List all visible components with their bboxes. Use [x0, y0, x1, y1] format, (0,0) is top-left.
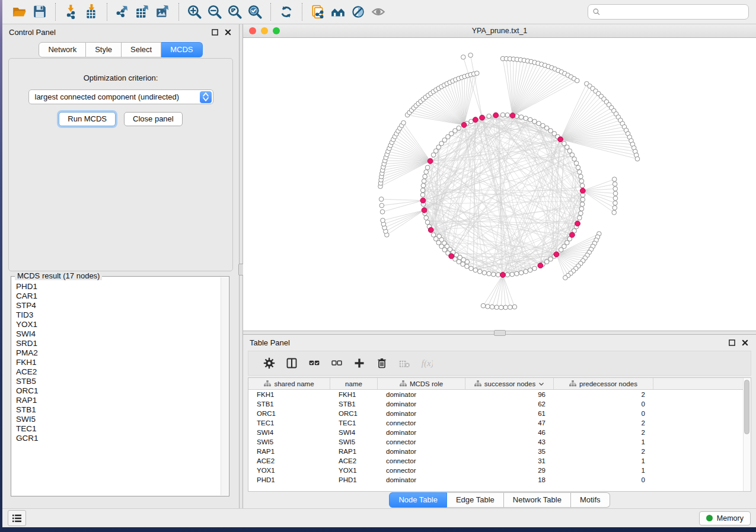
cell[interactable]: STB1: [248, 400, 330, 408]
cell[interactable]: connector: [378, 467, 465, 474]
scrollbar-thumb[interactable]: [744, 380, 749, 434]
result-node-item[interactable]: TEC1: [16, 424, 219, 434]
result-node-item[interactable]: YOX1: [16, 320, 219, 329]
cell[interactable]: SWI4: [248, 429, 330, 436]
cell[interactable]: 1: [554, 438, 653, 446]
column-button[interactable]: [280, 354, 303, 373]
result-scrollbar[interactable]: [221, 277, 228, 495]
add-button[interactable]: [348, 354, 371, 373]
result-node-item[interactable]: PHD1: [16, 282, 219, 291]
float-panel-icon[interactable]: [210, 27, 219, 37]
cell[interactable]: connector: [378, 457, 465, 464]
cell[interactable]: dominator: [378, 448, 465, 455]
cell[interactable]: YOX1: [248, 467, 330, 474]
import-table-button[interactable]: [81, 3, 101, 21]
cell[interactable]: 0: [554, 400, 653, 408]
cell[interactable]: 0: [554, 410, 653, 417]
horizontal-splitter[interactable]: [243, 331, 756, 335]
cell[interactable]: 2: [554, 419, 653, 427]
cell[interactable]: FKH1: [248, 391, 330, 398]
tab-network-table[interactable]: Network Table: [504, 492, 571, 508]
cell[interactable]: 31: [465, 457, 554, 464]
result-node-item[interactable]: ORC1: [16, 386, 219, 396]
column-header-predecessor-nodes[interactable]: predecessor nodes: [554, 378, 653, 389]
task-history-button[interactable]: [8, 510, 26, 526]
optimization-criterion-select[interactable]: largest connected component (undirected): [28, 89, 213, 104]
result-node-item[interactable]: ACE2: [16, 367, 219, 377]
column-header-name[interactable]: name: [330, 378, 378, 389]
cell[interactable]: 43: [465, 438, 554, 446]
cell[interactable]: 47: [465, 419, 554, 427]
cell[interactable]: 2: [554, 448, 653, 455]
cell[interactable]: FKH1: [330, 391, 378, 398]
zoom-out-button[interactable]: [205, 3, 225, 21]
export-network-button[interactable]: [113, 3, 133, 21]
cell[interactable]: ACE2: [330, 457, 378, 464]
table-row[interactable]: YOX1YOX1connector291: [248, 466, 751, 475]
mcds-result-list[interactable]: PHD1CAR1STP4TID3YOX1SWI4SRD1PMA2FKH1ACE2…: [14, 279, 219, 493]
cell[interactable]: RAP1: [248, 448, 330, 455]
zoom-selected-button[interactable]: [245, 3, 265, 21]
table-row[interactable]: STB1STB1dominator620: [248, 399, 751, 409]
network-graph[interactable]: [243, 38, 756, 331]
table-row[interactable]: SWI4SWI4dominator462: [248, 428, 751, 437]
window-minimize-icon[interactable]: [261, 27, 268, 34]
result-node-item[interactable]: GCR1: [16, 434, 219, 443]
clone-network-button[interactable]: [308, 3, 328, 21]
cell[interactable]: dominator: [378, 391, 465, 398]
cell[interactable]: SWI4: [330, 429, 378, 436]
cell[interactable]: STB1: [330, 400, 378, 408]
cell[interactable]: dominator: [378, 476, 465, 483]
toggle-details-button[interactable]: [348, 3, 368, 21]
result-node-item[interactable]: STB1: [16, 405, 219, 415]
vertical-splitter[interactable]: [239, 24, 243, 508]
result-node-item[interactable]: CAR1: [16, 291, 219, 301]
table-row[interactable]: FKH1FKH1dominator962: [248, 390, 751, 399]
table-row[interactable]: PHD1PHD1dominator180: [248, 475, 751, 485]
zoom-fit-button[interactable]: [225, 3, 245, 21]
cell[interactable]: 0: [554, 476, 653, 483]
float-panel-icon[interactable]: [727, 338, 736, 347]
cell[interactable]: YOX1: [330, 467, 378, 474]
cell[interactable]: 1: [554, 457, 653, 464]
cell[interactable]: connector: [378, 419, 465, 427]
cell[interactable]: PHD1: [248, 476, 330, 483]
export-image-button[interactable]: [153, 3, 173, 21]
cell[interactable]: ORC1: [248, 410, 330, 417]
cell[interactable]: 35: [465, 448, 554, 455]
close-panel-icon[interactable]: [740, 338, 749, 347]
cell[interactable]: PHD1: [330, 476, 378, 483]
cell[interactable]: 62: [465, 400, 554, 408]
search-input[interactable]: [604, 8, 744, 16]
tab-network[interactable]: Network: [39, 42, 86, 57]
result-node-item[interactable]: RAP1: [16, 396, 219, 405]
result-node-item[interactable]: SWI4: [16, 329, 219, 339]
select-all-button[interactable]: [303, 354, 326, 373]
cell[interactable]: dominator: [378, 429, 465, 436]
result-node-item[interactable]: STB5: [16, 377, 219, 386]
binoculars-button[interactable]: [328, 3, 348, 21]
result-node-item[interactable]: FKH1: [16, 358, 219, 367]
table-row[interactable]: RAP1RAP1dominator352: [248, 447, 751, 456]
cell[interactable]: 2: [554, 391, 653, 398]
gear-button[interactable]: [258, 354, 280, 373]
cell[interactable]: 2: [554, 429, 653, 436]
result-node-item[interactable]: SRD1: [16, 339, 219, 348]
cell[interactable]: 29: [465, 467, 554, 474]
column-header-MCDS-role[interactable]: MCDS role: [378, 378, 465, 389]
zoom-in-button[interactable]: [184, 3, 205, 21]
cell[interactable]: 61: [465, 410, 554, 417]
cell[interactable]: SWI5: [330, 438, 378, 446]
search-field[interactable]: [588, 4, 749, 20]
column-header-successor-nodes[interactable]: successor nodes: [465, 378, 554, 389]
cell[interactable]: 96: [465, 391, 554, 398]
tab-node-table[interactable]: Node Table: [389, 492, 447, 508]
table-row[interactable]: TEC1TEC1connector472: [248, 418, 751, 428]
memory-button[interactable]: Memory: [699, 511, 751, 525]
network-window-titlebar[interactable]: YPA_prune.txt_1: [243, 24, 756, 38]
cell[interactable]: 46: [465, 429, 554, 436]
network-view-canvas[interactable]: [243, 38, 756, 331]
close-panel-button[interactable]: Close panel: [124, 112, 183, 126]
result-node-item[interactable]: TID3: [16, 310, 219, 320]
window-zoom-icon[interactable]: [273, 27, 280, 34]
